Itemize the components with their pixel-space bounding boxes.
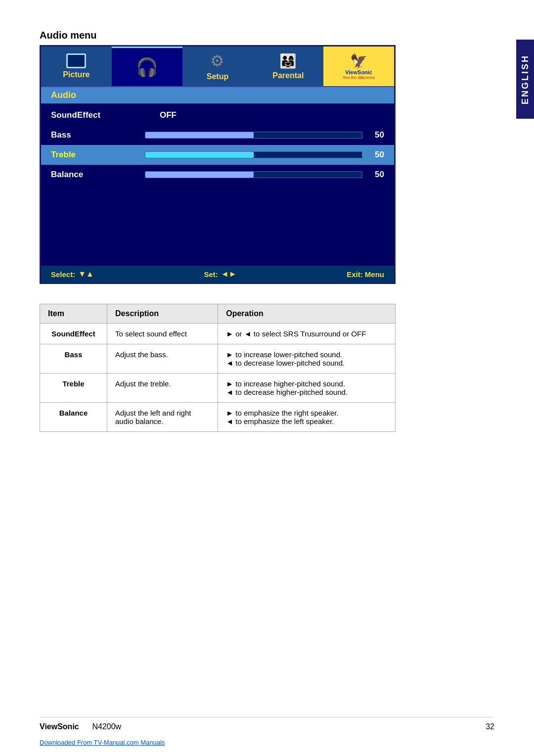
footer-brand-section: ViewSonic N4200w: [40, 722, 121, 731]
table-cell-item: SoundEffect: [40, 324, 107, 344]
exit-control[interactable]: Exit: Menu: [347, 270, 384, 279]
soundeffect-label: SoundEffect: [51, 110, 140, 120]
footer-model: N4200w: [92, 722, 121, 731]
select-control: Select: ▼▲: [51, 270, 94, 279]
nav-tab-setup[interactable]: ⚙ Setup: [182, 47, 253, 86]
table-cell-item: Balance: [40, 403, 107, 432]
table-cell-item: Treble: [40, 374, 107, 403]
bottom-bar: Select: ▼▲ Set: ◄► Exit: Menu: [41, 266, 394, 283]
table-cell-description: Adjust the treble.: [107, 374, 218, 403]
footer-page-number: 32: [486, 722, 494, 731]
treble-slider-fill: [145, 152, 254, 158]
nav-tab-parental-label: Parental: [272, 71, 304, 80]
tv-menu-box: Picture 🎧 ⚙ Setup 👨‍👩‍👧 Parental 🦅 Vie: [40, 45, 396, 284]
table-cell-description: Adjust the bass.: [107, 344, 218, 374]
table-cell-operation: ► to increase lower-pitched sound.◄ to d…: [218, 344, 396, 374]
bass-slider-fill: [145, 132, 254, 138]
soundeffect-value: OFF: [160, 110, 177, 120]
nav-tab-parental[interactable]: 👨‍👩‍👧 Parental: [253, 47, 323, 86]
nav-tab-picture[interactable]: Picture: [41, 47, 112, 86]
exit-label: Exit: Menu: [347, 270, 384, 279]
menu-rows: SoundEffect OFF Bass 50 Treble: [41, 103, 394, 266]
parental-icon: 👨‍👩‍👧: [279, 53, 297, 69]
setup-icon: ⚙: [210, 51, 224, 70]
table-header-row: Item Description Operation: [40, 304, 396, 324]
balance-slider-track: [145, 171, 362, 178]
table-cell-item: Bass: [40, 344, 107, 374]
info-table: Item Description Operation SoundEffect T…: [40, 304, 396, 432]
empty-row-2: [41, 204, 394, 224]
nav-tabs-row: Picture 🎧 ⚙ Setup 👨‍👩‍👧 Parental 🦅 Vie: [41, 47, 394, 87]
table-cell-description: To select sound effect: [107, 324, 218, 344]
nav-tab-viewsonic[interactable]: 🦅 ViewSonic See the difference: [323, 47, 394, 86]
set-label: Set:: [204, 270, 218, 279]
bass-row[interactable]: Bass 50: [41, 125, 394, 145]
bass-value: 50: [369, 130, 384, 140]
empty-row-4: [41, 244, 394, 264]
table-row: Balance Adjust the left and right audio …: [40, 403, 396, 432]
balance-value: 50: [369, 170, 384, 180]
empty-row-3: [41, 224, 394, 244]
treble-label: Treble: [51, 150, 140, 160]
empty-row-1: [41, 185, 394, 204]
treble-value: 50: [369, 150, 384, 160]
balance-slider-fill: [145, 172, 254, 178]
col-header-description: Description: [107, 304, 218, 324]
picture-icon: [66, 53, 86, 68]
bass-slider-track: [145, 132, 362, 139]
page-footer: ViewSonic N4200w 32: [40, 717, 494, 731]
viewsonic-logo: 🦅 ViewSonic See the difference: [343, 53, 375, 80]
section-title: Audio menu: [40, 30, 477, 41]
table-cell-operation: ► or ◄ to select SRS Trusurround or OFF: [218, 324, 396, 344]
table-cell-operation: ► to emphasize the right speaker.◄ to em…: [218, 403, 396, 432]
footer-brand: ViewSonic: [40, 722, 79, 731]
table-row: Bass Adjust the bass. ► to increase lowe…: [40, 344, 396, 374]
footer-download-link[interactable]: Downloaded From TV-Manual.com Manuals: [40, 739, 165, 746]
bass-label: Bass: [51, 130, 140, 140]
balance-label: Balance: [51, 170, 140, 180]
table-row: Treble Adjust the treble. ► to increase …: [40, 374, 396, 403]
set-arrows-icon: ◄►: [221, 270, 237, 279]
balance-slider[interactable]: 50: [145, 170, 384, 180]
soundeffect-row[interactable]: SoundEffect OFF: [41, 105, 394, 125]
nav-tab-picture-label: Picture: [63, 70, 89, 79]
select-arrows-icon: ▼▲: [78, 270, 94, 279]
table-row: SoundEffect To select sound effect ► or …: [40, 324, 396, 344]
language-side-tab: ENGLISH: [516, 40, 534, 119]
table-cell-description: Adjust the left and right audio balance.: [107, 403, 218, 432]
table-cell-operation: ► to increase higher-pitched sound.◄ to …: [218, 374, 396, 403]
treble-slider-track: [145, 151, 362, 158]
nav-tab-audio[interactable]: 🎧: [112, 47, 182, 86]
audio-section-header: Audio: [41, 87, 394, 103]
nav-tab-setup-label: Setup: [207, 72, 228, 81]
set-control: Set: ◄►: [204, 270, 237, 279]
bass-slider[interactable]: 50: [145, 130, 384, 140]
music-icon: 🎧: [136, 57, 158, 78]
select-label: Select:: [51, 270, 75, 279]
col-header-operation: Operation: [218, 304, 396, 324]
balance-row[interactable]: Balance 50: [41, 165, 394, 185]
col-header-item: Item: [40, 304, 107, 324]
treble-row[interactable]: Treble 50: [41, 145, 394, 165]
treble-slider[interactable]: 50: [145, 150, 384, 160]
